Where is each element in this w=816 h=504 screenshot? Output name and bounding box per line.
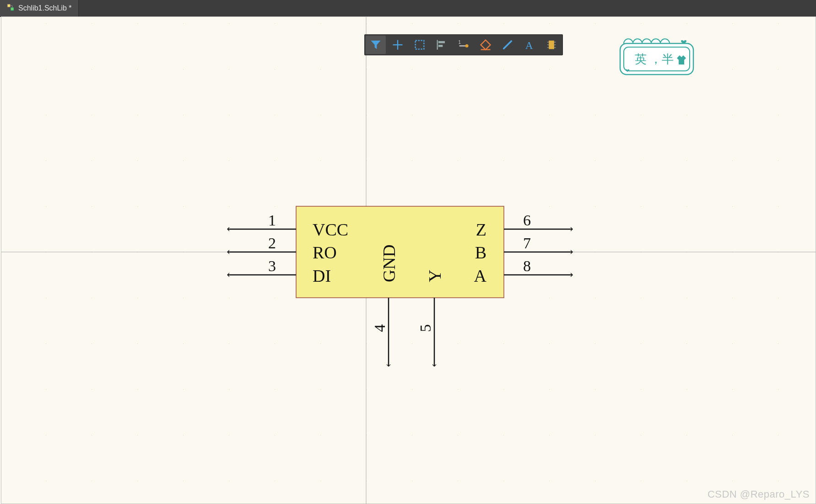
svg-rect-26 xyxy=(549,41,554,49)
pin-1-name: VCC xyxy=(313,220,348,239)
polygon-icon xyxy=(479,38,492,51)
svg-rect-1 xyxy=(11,8,14,11)
svg-rect-16 xyxy=(416,41,424,49)
component-tool[interactable] xyxy=(541,36,562,54)
pin-5-number: 5 xyxy=(417,324,434,332)
svg-rect-19 xyxy=(438,45,443,47)
align-left-icon xyxy=(435,38,448,51)
pin-2-number: 2 xyxy=(268,235,276,252)
svg-rect-18 xyxy=(438,41,445,43)
ic-chip-icon xyxy=(545,38,558,51)
pin-tool[interactable]: 1 xyxy=(454,36,474,54)
ime-status-badge: 英 ，半 xyxy=(618,34,695,79)
tab-title: Schlib1.SchLib * xyxy=(18,4,72,12)
svg-point-22 xyxy=(465,44,469,48)
pin-4-name: GND xyxy=(379,245,399,282)
active-bar-toolbar[interactable]: 1 A xyxy=(364,34,563,55)
line-icon xyxy=(501,38,514,51)
pin-4-number: 4 xyxy=(371,324,388,332)
pin-7-name: B xyxy=(475,243,486,262)
cross-arrows-icon xyxy=(391,38,404,51)
select-rect-icon xyxy=(413,38,426,51)
pin-6-name: Z xyxy=(476,220,486,239)
tab-bar: Schlib1.SchLib * xyxy=(0,0,816,17)
schematic-canvas[interactable]: 1 VCC 2 RO 3 DI 6 Z 7 B xyxy=(1,16,816,504)
schematic-svg: 1 VCC 2 RO 3 DI 6 Z 7 B xyxy=(1,17,816,504)
svg-text:A: A xyxy=(525,39,533,51)
document-tab[interactable]: Schlib1.SchLib * xyxy=(0,0,79,16)
pin-6-number: 6 xyxy=(523,212,531,229)
pin-7-number: 7 xyxy=(523,235,531,252)
pin-1-number: 1 xyxy=(268,212,276,229)
funnel-icon xyxy=(369,38,382,51)
pin-3-name: DI xyxy=(313,266,331,285)
pin-8-name: A xyxy=(474,266,487,285)
text-a-icon: A xyxy=(523,38,536,51)
pin-8-number: 8 xyxy=(523,257,531,274)
filter-tool[interactable] xyxy=(366,36,386,54)
ime-text: 英 ，半 xyxy=(635,52,674,66)
svg-text:1: 1 xyxy=(458,39,461,45)
select-rect-tool[interactable] xyxy=(410,36,430,54)
svg-line-24 xyxy=(503,41,512,49)
line-tool[interactable] xyxy=(497,36,518,54)
pin-icon: 1 xyxy=(457,38,470,51)
watermark-text: CSDN @Reparo_LYS xyxy=(708,488,810,500)
move-tool[interactable] xyxy=(388,36,408,54)
polygon-tool[interactable] xyxy=(476,36,496,54)
align-tool[interactable] xyxy=(432,36,452,54)
pin-3-number: 3 xyxy=(268,257,276,274)
pin-2-name: RO xyxy=(313,243,337,262)
text-tool[interactable]: A xyxy=(519,36,540,54)
svg-rect-0 xyxy=(7,4,10,7)
schlib-icon xyxy=(6,3,15,13)
pin-5-name: Y xyxy=(425,270,444,282)
